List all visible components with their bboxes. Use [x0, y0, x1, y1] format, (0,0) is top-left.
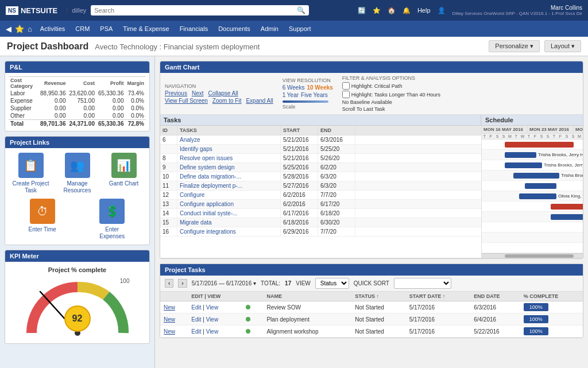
pt-row: New Edit | View Plan deployment Not Star…: [160, 313, 583, 326]
partner-logo: dilley: [67, 7, 86, 14]
star-icon[interactable]: ⭐: [373, 7, 381, 14]
complete-button[interactable]: 100%: [524, 315, 548, 323]
pt-new-btn[interactable]: New: [160, 301, 188, 313]
pt-quicksort-select[interactable]: [394, 278, 451, 289]
task-row: 12 Configure 6/2/2016 7/7/20: [160, 191, 481, 200]
task-name[interactable]: Finalize deployment p-...: [177, 181, 281, 190]
view-link[interactable]: View: [206, 328, 219, 335]
zoom-to-fit-button[interactable]: Zoom to Fit: [212, 98, 242, 104]
nav-support[interactable]: Support: [284, 23, 316, 34]
project-links-panel: Project Links 📋 Create Project Task 👥 Ma…: [5, 136, 150, 245]
task-name[interactable]: Migrate data: [177, 218, 281, 227]
pl-col-cost: Cost: [67, 77, 96, 90]
project-link-item[interactable]: 👥 Manage Resources: [57, 153, 98, 194]
highlight-critical-checkbox[interactable]: [342, 82, 350, 90]
6-weeks-option[interactable]: 6 Weeks: [283, 84, 305, 91]
fav-icon[interactable]: ⭐: [15, 25, 24, 33]
task-end: 6/17/20: [318, 200, 355, 208]
five-years-option[interactable]: Five Years: [301, 92, 328, 98]
pt-prev-button[interactable]: ‹: [165, 279, 173, 288]
pt-th-status: STATUS ↑: [351, 292, 405, 301]
main-layout: P&L Cost Category Revenue Cost Profit Ma…: [0, 56, 588, 368]
schedule-week-headers: MON 16 MAY 2016 MON 23 MAY 2016 MON 30 M…: [482, 126, 583, 134]
edit-link[interactable]: Edit: [191, 304, 201, 311]
pt-row: New Edit | View Alignment workshop Not S…: [160, 326, 583, 338]
project-link-item[interactable]: 💲 Enter Expenses: [92, 199, 132, 240]
pl-cell: 0.00: [96, 104, 126, 112]
task-name[interactable]: Configure integrations: [177, 227, 281, 236]
home-icon[interactable]: 🏠: [388, 7, 396, 14]
highlight-long-checkbox[interactable]: [342, 91, 350, 98]
task-name[interactable]: Configure application: [177, 200, 281, 208]
nav-time-expense[interactable]: Time & Expense: [118, 23, 173, 34]
personalize-button[interactable]: Personalize ▾: [489, 40, 540, 52]
layout-button[interactable]: Layout ▾: [544, 40, 581, 52]
view-full-screen-button[interactable]: View Full Screen: [165, 98, 208, 104]
task-name[interactable]: Identify gaps: [177, 145, 281, 153]
next-button[interactable]: Next: [192, 90, 204, 96]
search-bar[interactable]: 🔍: [91, 5, 309, 16]
complete-button[interactable]: 100%: [524, 303, 548, 311]
10-weeks-option[interactable]: 10 Weeks: [307, 84, 332, 91]
gantt-bar: [519, 193, 556, 199]
edit-link[interactable]: Edit: [191, 328, 201, 335]
project-link-item[interactable]: 📊 Gantt Chart: [104, 153, 144, 194]
bell-icon[interactable]: 🔔: [403, 7, 411, 14]
pt-date-range[interactable]: 5/17/2016 — 6/17/2016 ▾: [192, 280, 256, 286]
top-navigation: NS NETSUITE dilley 🔍 🔄 ⭐ 🏠 🔔 Help 👤 Marc…: [0, 0, 588, 21]
pt-next-button[interactable]: ›: [178, 279, 187, 288]
help-label[interactable]: Help: [417, 7, 431, 14]
tasks-table-header: ID TASKS START END: [160, 126, 481, 135]
search-input[interactable]: [94, 7, 297, 14]
previous-button[interactable]: Previous: [165, 90, 187, 96]
gantt-scrollbar[interactable]: [482, 253, 583, 258]
task-name[interactable]: Define data migration-...: [177, 172, 281, 181]
home-nav-icon[interactable]: ⌂: [28, 25, 32, 33]
pt-new-btn[interactable]: New: [160, 326, 188, 338]
gantt-bar: [505, 142, 574, 148]
nav-activities[interactable]: Activities: [36, 23, 69, 34]
pt-view-select[interactable]: Status: [315, 278, 349, 289]
pl-panel-header: P&L: [5, 61, 149, 73]
nav-psa[interactable]: PSA: [95, 23, 117, 34]
back-icon[interactable]: ◀: [6, 25, 11, 33]
task-name[interactable]: Conduct initial syste-...: [177, 209, 281, 218]
collapse-all-button[interactable]: Collapse All: [208, 90, 238, 96]
user-icon: 👤: [438, 7, 446, 14]
view-link[interactable]: View: [206, 304, 219, 311]
nav-documents[interactable]: Documents: [214, 23, 255, 34]
task-name[interactable]: Analyze: [177, 135, 281, 144]
link-label: Manage Resources: [57, 180, 98, 194]
1-year-option[interactable]: 1 Year: [283, 92, 299, 98]
pt-th-end: END DATE: [470, 292, 520, 301]
nav-crm[interactable]: CRM: [71, 23, 94, 34]
page-header: Project Dashboard Avecto Technology : Fi…: [0, 37, 588, 56]
gantt-bar-row: Olivia King, Trisha Brooks, Jerry Hunt: [482, 191, 583, 202]
pl-cell: 0.00: [38, 97, 68, 104]
refresh-icon[interactable]: 🔄: [358, 7, 366, 14]
task-name[interactable]: Resolve open issues: [177, 154, 281, 162]
nav-admin[interactable]: Admin: [256, 23, 283, 34]
expand-all-button[interactable]: Expand All: [246, 98, 273, 104]
pl-row: Total89,701.3624,371.0065,330.3672.8%: [9, 120, 146, 128]
link-icon: ⏱: [30, 199, 55, 224]
scale-bar: [283, 100, 328, 103]
task-row: Identify gaps 5/21/2016 5/25/20: [160, 145, 481, 154]
project-link-item[interactable]: ⏱ Enter Time: [22, 199, 63, 240]
pt-header: Project Tasks: [160, 264, 583, 276]
project-link-item[interactable]: 📋 Create Project Task: [11, 153, 51, 194]
view-link[interactable]: View: [206, 316, 219, 323]
second-navigation: ◀ ⭐ ⌂ Activities CRM PSA Time & Expense …: [0, 21, 588, 37]
pl-cell: 73.4%: [125, 90, 146, 97]
complete-button[interactable]: 100%: [524, 327, 548, 335]
edit-link[interactable]: Edit: [191, 316, 201, 323]
gantt-bar: [513, 173, 559, 179]
pt-new-btn[interactable]: New: [160, 313, 188, 326]
pt-edit-view: Edit | View: [188, 326, 242, 338]
nav-financials[interactable]: Financials: [175, 23, 213, 34]
task-row: 15 Migrate data 6/18/2016 6/30/20: [160, 218, 481, 227]
task-name[interactable]: Configure: [177, 191, 281, 199]
gantt-bar-label: Olivia King, Trisha Brooks, Jerry Hunt: [558, 193, 583, 199]
task-name[interactable]: Define system design: [177, 163, 281, 172]
week-may23: MON 23 MAY 2016: [528, 126, 574, 133]
